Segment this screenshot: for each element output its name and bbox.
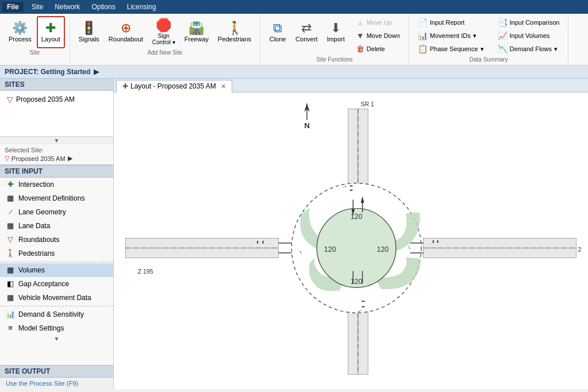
layout-button[interactable]: ✚ Layout <box>37 16 65 48</box>
vehicle-movement-data-icon: ▦ <box>6 293 15 302</box>
process-site-label: Use the Process Site (F9) <box>6 380 78 387</box>
nav-pedestrians[interactable]: 🚶 Pedestrians <box>0 247 113 260</box>
phase-sequence-button[interactable]: 📋 Phase Sequence ▾ <box>414 43 488 55</box>
sites-header: SITES <box>0 79 113 91</box>
movement-definitions-icon: ▦ <box>6 194 15 202</box>
menu-network[interactable]: Network <box>49 2 86 12</box>
breadcrumb-bar: PROJECT: Getting Started ▶ <box>0 66 588 79</box>
site-input-header: SITE INPUT <box>0 165 113 178</box>
nav-roundabouts[interactable]: ▽ Roundabouts <box>0 233 113 247</box>
nav-gap-acceptance[interactable]: ◧ Gap Acceptance <box>0 277 113 291</box>
process-site-item[interactable]: Use the Process Site (F9) <box>0 378 113 389</box>
menu-site[interactable]: Site <box>26 2 49 12</box>
value-bottom: 120 <box>351 278 363 286</box>
site-group-label: Site <box>30 49 40 56</box>
svg-text:N: N <box>304 121 310 130</box>
nav-vehicle-movement-data[interactable]: ▦ Vehicle Movement Data <box>0 291 113 305</box>
import-icon: ⬇ <box>330 22 341 34</box>
nav-intersection[interactable]: ✚ Intersection <box>0 178 113 191</box>
clone-button[interactable]: ⧉ Clone <box>265 16 290 48</box>
ribbon: ⚙️ Process ✚ Layout Site 🚦 Signals ⊕ Ro <box>0 14 588 66</box>
input-volumes-icon: 📈 <box>498 31 508 40</box>
move-up-icon: ▲ <box>356 18 364 27</box>
move-down-button[interactable]: ▼ Move Down <box>352 29 404 42</box>
sign-icon: 🛑 <box>156 19 171 32</box>
input-report-button[interactable]: 📄 Input Report <box>414 16 488 29</box>
nav-scroll-down[interactable]: ▼ <box>0 335 113 343</box>
app-logo: File <box>2 2 24 12</box>
nav-movement-definitions[interactable]: ▦ Movement Definitions <box>0 191 113 205</box>
process-button[interactable]: ⚙️ Process <box>5 16 36 48</box>
add-new-site-label: Add New Site <box>148 49 183 56</box>
freeway-button[interactable]: 🛣️ Freeway <box>180 16 213 48</box>
value-left: 120 <box>324 245 336 253</box>
ribbon-group-add-new-site: 🚦 Signals ⊕ Roundabout 🛑 SignControl ▾ 🛣… <box>70 15 260 64</box>
delete-icon: 🗑 <box>356 44 364 53</box>
north-arrow: N <box>304 103 310 130</box>
delete-button[interactable]: 🗑 Delete <box>352 43 404 55</box>
data-summary-label: Data Summary <box>470 56 508 63</box>
sidebar-scroll-down[interactable]: ▼ <box>0 137 113 144</box>
input-volumes-button[interactable]: 📈 Input Volumes <box>494 29 564 42</box>
nav-volumes[interactable]: ▦ Volumes <box>0 263 113 277</box>
movement-ids-button[interactable]: 📊 Movement IDs ▾ <box>414 29 488 42</box>
main-layout: SITES ▽ Proposed 2035 AM ▼ Selected Site… <box>0 79 588 389</box>
layout-icon: ✚ <box>45 22 56 34</box>
demand-flows-button[interactable]: 📉 Demand Flows ▾ <box>494 43 564 55</box>
nav-lane-data[interactable]: ▦ Lane Data <box>0 219 113 233</box>
clone-icon: ⧉ <box>273 22 282 34</box>
tab-add-icon: ✚ <box>122 82 128 90</box>
site-functions-label: Site Functions <box>316 56 352 63</box>
volumes-icon: ▦ <box>6 266 15 274</box>
project-label: PROJECT: <box>5 68 39 76</box>
site-list: ▽ Proposed 2035 AM <box>0 91 113 137</box>
layout-tab[interactable]: ✚ Layout - Proposed 2035 AM ✕ <box>116 80 232 93</box>
menu-options[interactable]: Options <box>86 2 121 12</box>
signals-button[interactable]: 🚦 Signals <box>75 16 103 48</box>
pedestrians-button[interactable]: 🚶 Pedestrians <box>214 16 255 48</box>
roundabout-button[interactable]: ⊕ Roundabout <box>105 16 147 48</box>
ribbon-group-data-summary: 📄 Input Report 📊 Movement IDs ▾ 📋 Phase … <box>409 15 569 64</box>
selected-site-name: Proposed 2035 AM <box>11 155 66 162</box>
lane-geometry-icon: ⟋ <box>6 207 15 216</box>
lane-data-icon: ▦ <box>6 221 15 230</box>
svg-rect-9 <box>424 238 577 248</box>
nav-demand-sensitivity[interactable]: 📊 Demand & Sensitivity <box>0 308 113 321</box>
move-down-icon: ▼ <box>356 31 364 40</box>
site-output-header: SITE OUTPUT <box>0 365 113 378</box>
sign-control-button[interactable]: 🛑 SignControl ▾ <box>148 16 179 48</box>
canvas-area[interactable]: N SR 1 SR 2 Z 195 <box>114 93 588 389</box>
ribbon-content: ⚙️ Process ✚ Layout Site 🚦 Signals ⊕ Ro <box>0 14 588 65</box>
site-icon: ▽ <box>7 95 13 104</box>
signals-icon: 🚦 <box>81 22 97 34</box>
svg-rect-10 <box>424 248 577 258</box>
selected-site-info: Selected Site: ▽ Proposed 2035 AM ▶ <box>0 144 113 165</box>
convert-button[interactable]: ⇄ Convert <box>291 16 322 48</box>
roundabout-icon: ⊕ <box>121 22 131 34</box>
selected-site-arrow[interactable]: ▶ <box>68 155 72 162</box>
svg-rect-13 <box>126 248 279 258</box>
nav-model-settings[interactable]: ≡ Model Settings <box>0 321 113 335</box>
ribbon-group-site-functions: ⧉ Clone ⇄ Convert ⬇ Import ▲ Move Up <box>260 15 409 64</box>
roundabout-diagram: N SR 1 SR 2 Z 195 <box>114 93 588 389</box>
svg-rect-12 <box>126 238 279 248</box>
sidebar: SITES ▽ Proposed 2035 AM ▼ Selected Site… <box>0 79 114 389</box>
model-settings-icon: ≡ <box>6 324 15 332</box>
menu-licensing[interactable]: Licensing <box>121 2 162 12</box>
movement-ids-icon: 📊 <box>418 31 428 40</box>
import-button[interactable]: ⬇ Import <box>323 16 349 48</box>
tab-close-button[interactable]: ✕ <box>221 83 226 90</box>
input-report-icon: 📄 <box>418 18 428 27</box>
site-item-proposed[interactable]: ▽ Proposed 2035 AM <box>0 93 113 106</box>
breadcrumb-arrow[interactable]: ▶ <box>94 68 99 76</box>
tab-label: Layout - Proposed 2035 AM <box>130 82 216 90</box>
selected-site-icon: ▽ <box>5 155 9 162</box>
nav-lane-geometry[interactable]: ⟋ Lane Geometry <box>0 205 113 219</box>
selected-site-label: Selected Site: <box>5 147 109 153</box>
tab-bar: ✚ Layout - Proposed 2035 AM ✕ <box>114 79 588 93</box>
input-comparison-button[interactable]: 📑 Input Comparison <box>494 16 564 29</box>
value-top: 120 <box>351 213 363 221</box>
pedestrian-icon: 🚶 <box>227 22 243 34</box>
gap-acceptance-icon: ◧ <box>6 279 15 288</box>
intersection-icon: ✚ <box>6 180 15 189</box>
